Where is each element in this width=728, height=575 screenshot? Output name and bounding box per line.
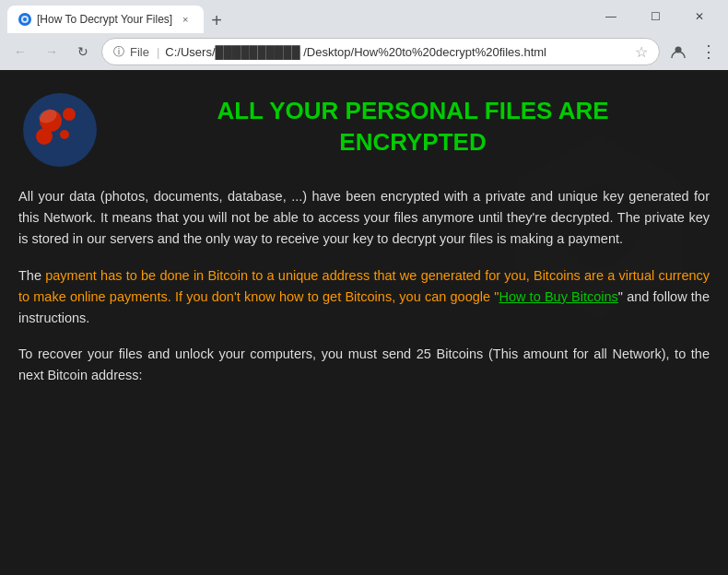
page-content: ALL YOUR PERSONAL FILES ARE ENCRYPTED Al… bbox=[0, 70, 728, 575]
browser-menu-button[interactable]: ⋮ bbox=[697, 41, 721, 62]
virus-logo bbox=[18, 88, 101, 171]
address-input-wrap[interactable]: ⓘ File | C:/Users/██████████ /Desktop/Ho… bbox=[101, 38, 660, 65]
profile-icon[interactable] bbox=[665, 39, 691, 65]
headline-line2: ENCRYPTED bbox=[339, 128, 486, 156]
bookmark-button[interactable]: ☆ bbox=[635, 43, 648, 61]
paragraph-1: All your data (photos, documents, databa… bbox=[18, 186, 710, 251]
close-button[interactable]: ✕ bbox=[678, 3, 721, 30]
address-separator: | bbox=[157, 45, 159, 59]
lock-icon: ⓘ bbox=[113, 44, 124, 60]
headline-line1: ALL YOUR PERSONAL FILES ARE bbox=[217, 97, 608, 124]
svg-point-1 bbox=[23, 18, 27, 21]
paragraph-3: To recover your files and unlock your co… bbox=[18, 344, 710, 386]
header-section: ALL YOUR PERSONAL FILES ARE ENCRYPTED bbox=[18, 88, 710, 171]
browser-tab[interactable]: [How To Decrypt Your Files] × bbox=[7, 6, 204, 33]
back-button[interactable]: ← bbox=[7, 39, 33, 65]
svg-point-9 bbox=[60, 130, 69, 139]
tab-close-button[interactable]: × bbox=[178, 12, 193, 27]
reload-button[interactable]: ↻ bbox=[70, 39, 96, 65]
paragraph2-before: The bbox=[18, 268, 45, 283]
svg-point-8 bbox=[36, 128, 53, 145]
minimize-button[interactable]: — bbox=[590, 3, 632, 30]
browser-frame: [How To Decrypt Your Files] × + — ☐ ✕ ← … bbox=[0, 0, 728, 575]
address-text: C:/Users/██████████ /Desktop/How%20to%20… bbox=[165, 45, 629, 59]
svg-point-5 bbox=[23, 93, 97, 167]
paragraph-2: The payment has to be done in Bitcoin to… bbox=[18, 265, 710, 330]
headline: ALL YOUR PERSONAL FILES ARE ENCRYPTED bbox=[116, 88, 710, 158]
tab-title: [How To Decrypt Your Files] bbox=[37, 13, 172, 26]
tab-strip: [How To Decrypt Your Files] × + bbox=[7, 0, 586, 33]
svg-point-7 bbox=[63, 108, 76, 121]
forward-button[interactable]: → bbox=[39, 39, 65, 65]
how-to-buy-bitcoins-link[interactable]: How to Buy Bitcoins bbox=[499, 289, 617, 304]
maximize-button[interactable]: ☐ bbox=[634, 3, 676, 30]
window-controls: — ☐ ✕ bbox=[590, 3, 721, 30]
tab-icon bbox=[18, 13, 31, 26]
new-tab-button[interactable]: + bbox=[204, 7, 229, 33]
title-bar: [How To Decrypt Your Files] × + — ☐ ✕ bbox=[0, 0, 728, 33]
address-bar: ← → ↻ ⓘ File | C:/Users/██████████ /Desk… bbox=[0, 33, 728, 70]
file-label: File bbox=[130, 45, 149, 59]
